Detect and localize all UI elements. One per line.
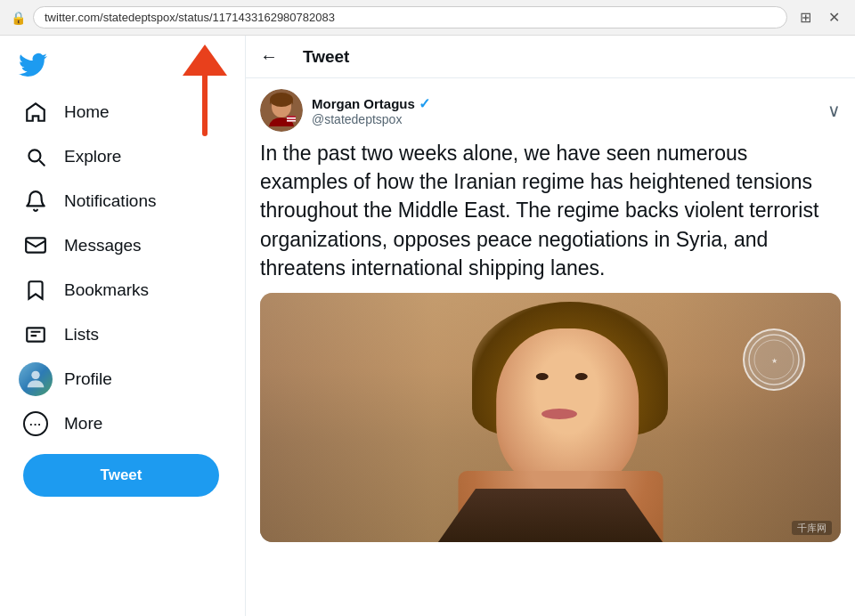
tweet-author-name: Morgan Ortagus ✓: [312, 95, 430, 112]
home-label: Home: [64, 102, 110, 122]
url-bar[interactable]: twitter.com/statedeptspox/status/1171433…: [33, 6, 787, 28]
author-name-text: Morgan Ortagus: [312, 96, 415, 111]
profile-label: Profile: [64, 369, 112, 389]
notifications-icon: [23, 189, 48, 214]
browser-menu-icon[interactable]: ✕: [823, 7, 844, 28]
explore-label: Explore: [64, 147, 121, 166]
sidebar-item-profile[interactable]: Profile: [11, 358, 234, 401]
svg-marker-1: [183, 45, 227, 76]
tweet-more-icon[interactable]: ∨: [827, 100, 841, 121]
svg-point-4: [31, 371, 39, 379]
back-button[interactable]: ←: [260, 46, 278, 67]
sidebar-item-home[interactable]: Home: [11, 91, 234, 134]
tweet-header: ← Tweet: [246, 36, 855, 78]
notifications-label: Notifications: [64, 191, 157, 211]
sidebar: Home Explore Notifications: [0, 36, 245, 616]
bookmarks-label: Bookmarks: [64, 280, 149, 300]
tweet-author-left: Morgan Ortagus ✓ @statedeptspox: [260, 89, 430, 132]
explore-icon: [23, 144, 48, 169]
sidebar-item-notifications[interactable]: Notifications: [11, 180, 234, 223]
browser-bar: 🔒 twitter.com/statedeptspox/status/11714…: [0, 0, 855, 36]
lock-icon: 🔒: [11, 11, 26, 25]
watermark: 千库网: [792, 519, 832, 535]
browser-action-icon[interactable]: ⊞: [794, 7, 816, 28]
more-label: More: [64, 414, 102, 434]
svg-rect-9: [287, 118, 296, 119]
tweet-author-info: Morgan Ortagus ✓ @statedeptspox: [312, 95, 430, 126]
sidebar-item-lists[interactable]: Lists: [11, 313, 234, 356]
verified-icon: ✓: [419, 95, 430, 112]
tweet-author-avatar[interactable]: [260, 89, 303, 132]
tweet-page-title: Tweet: [303, 47, 349, 67]
tweet-body: Morgan Ortagus ✓ @statedeptspox ∨ In the…: [246, 78, 855, 553]
sidebar-item-messages[interactable]: Messages: [11, 224, 234, 267]
svg-rect-2: [26, 238, 45, 252]
profile-avatar-icon: [23, 367, 48, 392]
tweet-image: ★ 千库网: [260, 293, 841, 542]
main-content: ← Tweet: [245, 36, 855, 616]
messages-icon: [23, 233, 48, 258]
bookmarks-icon: [23, 278, 48, 303]
twitter-logo[interactable]: [11, 43, 55, 87]
more-icon: ···: [23, 411, 48, 436]
state-dept-seal: ★: [743, 328, 805, 391]
messages-label: Messages: [64, 236, 142, 255]
tweet-author-handle: @statedeptspox: [312, 112, 430, 126]
tweet-author-row: Morgan Ortagus ✓ @statedeptspox ∨: [260, 89, 841, 132]
sidebar-item-bookmarks[interactable]: Bookmarks: [11, 269, 234, 312]
svg-rect-10: [287, 120, 296, 122]
app-container: Home Explore Notifications: [0, 36, 855, 616]
lists-icon: [23, 322, 48, 347]
tweet-button[interactable]: Tweet: [23, 454, 219, 497]
lists-label: Lists: [64, 325, 99, 344]
sidebar-item-explore[interactable]: Explore: [11, 135, 234, 178]
home-icon: [23, 100, 48, 125]
svg-text:★: ★: [771, 357, 778, 365]
tweet-text: In the past two weeks alone, we have see…: [260, 139, 841, 282]
sidebar-item-more[interactable]: ··· More: [11, 402, 234, 445]
